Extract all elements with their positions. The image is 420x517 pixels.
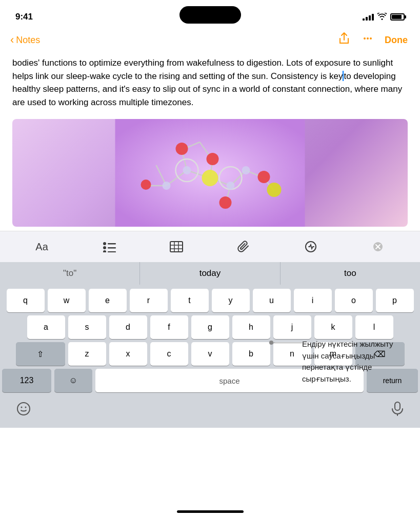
key-v[interactable]: v xyxy=(191,342,229,366)
formatting-toolbar: Aa xyxy=(0,231,420,262)
home-indicator xyxy=(177,510,244,513)
svg-point-23 xyxy=(141,180,151,190)
svg-point-30 xyxy=(103,242,106,245)
svg-rect-36 xyxy=(170,242,183,252)
key-t[interactable]: t xyxy=(171,289,209,312)
key-numbers[interactable]: 123 xyxy=(2,369,51,392)
markup-button[interactable] xyxy=(301,236,321,257)
svg-point-20 xyxy=(176,143,188,155)
key-j[interactable]: j xyxy=(273,315,311,339)
svg-rect-34 xyxy=(108,247,116,249)
phone-frame: 9:41 ‹ No xyxy=(0,0,420,517)
svg-point-25 xyxy=(267,183,282,197)
autocorrect-item-3[interactable]: too xyxy=(281,262,420,285)
keyboard-row-1: q w e r t y u i o p xyxy=(2,289,418,312)
autocorrect-item-1[interactable]: "to" xyxy=(0,262,140,285)
list-button[interactable] xyxy=(99,236,119,257)
key-x[interactable]: x xyxy=(109,342,147,366)
callout-text: Ендіру нүктесін жылжыту үшін саусағыңызд… xyxy=(302,340,393,383)
close-toolbar-button[interactable] xyxy=(368,236,388,257)
wifi-icon xyxy=(377,13,387,22)
key-w[interactable]: w xyxy=(48,289,86,312)
key-c[interactable]: c xyxy=(150,342,188,366)
nav-bar: ‹ Notes Done xyxy=(0,27,420,52)
font-label: Aa xyxy=(35,241,48,253)
back-button[interactable]: ‹ Notes xyxy=(10,33,40,47)
key-o[interactable]: o xyxy=(335,289,373,312)
svg-point-0 xyxy=(364,37,366,39)
key-e[interactable]: e xyxy=(89,289,127,312)
callout-annotation: Ендіру нүктесін жылжыту үшін саусағыңызд… xyxy=(302,339,420,385)
attach-button[interactable] xyxy=(233,236,254,257)
back-chevron-icon: ‹ xyxy=(10,33,14,47)
table-button[interactable] xyxy=(166,236,187,257)
autocorrect-bar: "to" today too xyxy=(0,262,420,285)
key-emoji[interactable]: ☺ xyxy=(54,369,92,392)
key-g[interactable]: g xyxy=(191,315,229,339)
key-k[interactable]: k xyxy=(314,315,352,339)
status-icons xyxy=(363,13,405,22)
key-f[interactable]: f xyxy=(150,315,188,339)
note-body[interactable]: bodies' functions to optimize everything… xyxy=(0,52,420,115)
emoji-icon[interactable] xyxy=(16,402,31,420)
key-l[interactable]: l xyxy=(355,315,393,339)
svg-rect-35 xyxy=(108,251,116,252)
status-time: 9:41 xyxy=(15,12,33,22)
nav-actions: Done xyxy=(337,32,408,48)
microphone-icon[interactable] xyxy=(391,402,404,420)
svg-point-26 xyxy=(163,182,171,190)
key-r[interactable]: r xyxy=(130,289,168,312)
key-y[interactable]: y xyxy=(212,289,250,312)
svg-point-1 xyxy=(367,37,369,39)
svg-point-29 xyxy=(242,166,250,174)
font-format-button[interactable]: Aa xyxy=(32,236,52,257)
share-icon[interactable] xyxy=(337,32,351,48)
autocorrect-item-2[interactable]: today xyxy=(140,262,280,285)
svg-point-22 xyxy=(219,196,232,209)
molecule-image[interactable] xyxy=(12,119,408,227)
callout-line xyxy=(271,343,302,343)
key-i[interactable]: i xyxy=(294,289,332,312)
svg-point-46 xyxy=(21,407,23,408)
more-icon[interactable] xyxy=(361,32,374,48)
svg-point-41 xyxy=(306,242,316,252)
svg-point-28 xyxy=(227,182,235,190)
done-button[interactable]: Done xyxy=(385,35,408,46)
back-label: Notes xyxy=(16,35,40,46)
key-h[interactable]: h xyxy=(232,315,270,339)
signal-icon xyxy=(363,14,374,21)
battery-icon xyxy=(390,13,405,21)
svg-point-24 xyxy=(202,170,218,186)
key-a[interactable]: a xyxy=(27,315,65,339)
key-b[interactable]: b xyxy=(232,342,270,366)
svg-point-31 xyxy=(103,246,106,249)
key-p[interactable]: p xyxy=(376,289,414,312)
key-shift[interactable]: ⇧ xyxy=(16,342,65,366)
svg-point-2 xyxy=(370,37,372,39)
key-d[interactable]: d xyxy=(109,315,147,339)
key-z[interactable]: z xyxy=(68,342,106,366)
key-u[interactable]: u xyxy=(253,289,291,312)
svg-point-19 xyxy=(207,153,219,165)
svg-point-21 xyxy=(258,171,270,183)
note-text-before-cursor: bodies' functions to optimize everything… xyxy=(12,58,393,81)
svg-rect-48 xyxy=(395,402,400,410)
svg-point-47 xyxy=(25,407,27,408)
keyboard-row-2: a s d f g h j k l xyxy=(2,315,418,339)
key-q[interactable]: q xyxy=(7,289,45,312)
bottom-bar xyxy=(0,397,420,428)
status-bar: 9:41 xyxy=(0,0,420,27)
svg-point-45 xyxy=(17,403,30,415)
svg-point-32 xyxy=(103,250,106,252)
dynamic-island xyxy=(179,6,241,24)
svg-point-27 xyxy=(183,166,191,174)
svg-rect-33 xyxy=(108,243,116,245)
key-s[interactable]: s xyxy=(68,315,106,339)
